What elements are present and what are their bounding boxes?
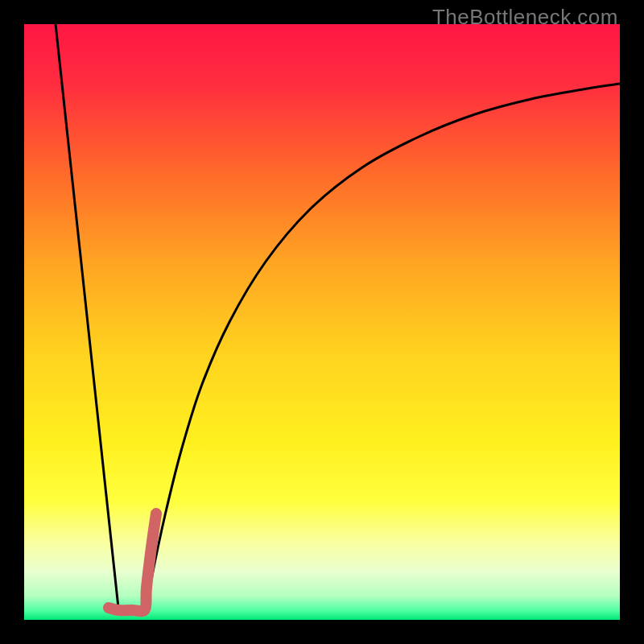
series-right-curve	[145, 84, 620, 615]
series-left-leg	[56, 24, 119, 615]
chart-frame: TheBottleneck.com	[0, 0, 644, 644]
plot-area	[24, 24, 620, 620]
curves-layer	[24, 24, 620, 620]
watermark-text: TheBottleneck.com	[432, 5, 618, 30]
series-marker-j	[109, 514, 156, 611]
